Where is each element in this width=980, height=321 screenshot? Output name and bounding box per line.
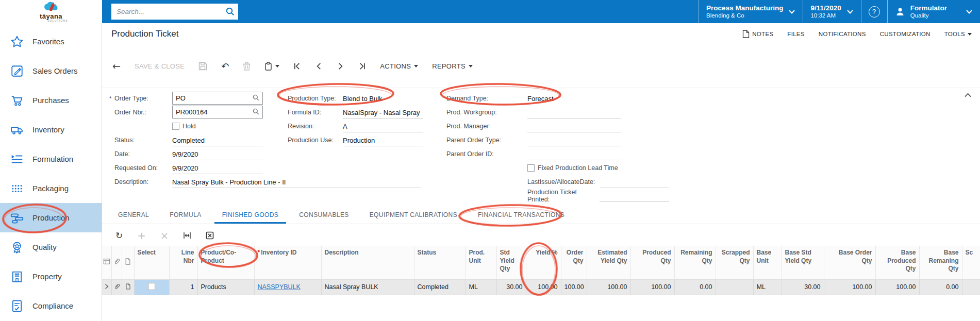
col-yield-pct[interactable]: Yield %: [526, 246, 561, 279]
fixed-lead-time-checkbox[interactable]: [527, 164, 535, 172]
search-icon[interactable]: [226, 7, 235, 18]
col-produced-qty[interactable]: Produced Qty: [630, 246, 674, 279]
next-record-button[interactable]: [337, 62, 344, 70]
inventory-id-link[interactable]: NASSPYBULK: [258, 283, 301, 291]
add-row-button[interactable]: +: [137, 230, 146, 241]
col-base-std-yield-qty[interactable]: Base Std Yield Qty: [782, 246, 824, 279]
col-remaining-qty[interactable]: Remaining Qty: [674, 246, 716, 279]
row-note-cell[interactable]: [122, 279, 134, 295]
global-search[interactable]: [111, 4, 238, 20]
company-branch-selector[interactable]: Process Manufacturing Blending & Co: [699, 0, 803, 23]
sidebar-item-formulation[interactable]: Formulation: [0, 144, 102, 174]
formula-id-value[interactable]: NasalSpray - Nasal Spray: [343, 106, 423, 119]
col-product-co-product[interactable]: Product/Co-Product: [197, 246, 254, 279]
notes-column-header[interactable]: [122, 246, 134, 279]
sidebar-item-production[interactable]: Production: [0, 203, 102, 232]
trash-icon: [243, 62, 251, 71]
reports-menu-button[interactable]: REPORTS: [432, 62, 473, 70]
grid-settings-header[interactable]: [102, 246, 111, 279]
col-truncated[interactable]: Sc: [962, 246, 980, 279]
help-button[interactable]: ?: [861, 0, 887, 23]
tab-formula[interactable]: FORMULA: [162, 207, 209, 224]
delete-button[interactable]: [243, 62, 251, 71]
sidebar-item-purchases[interactable]: Purchases: [0, 86, 102, 115]
sidebar-item-packaging[interactable]: Packaging: [0, 174, 102, 203]
col-line-nbr[interactable]: Line Nbr: [169, 246, 197, 279]
col-status[interactable]: Status: [414, 246, 466, 279]
parent-order-id-value[interactable]: [527, 148, 621, 160]
col-scrapped-qty[interactable]: Scrapped Qty: [716, 246, 753, 279]
doc-icon: [125, 283, 131, 290]
customization-button[interactable]: CUSTOMIZATION: [880, 31, 931, 37]
prev-record-button[interactable]: [315, 62, 323, 70]
col-order-qty[interactable]: Order Qty: [561, 246, 587, 279]
save-button[interactable]: [198, 62, 207, 71]
user-icon: [895, 7, 905, 17]
col-base-remaning-qty[interactable]: Base Remaning Qty: [919, 246, 962, 279]
col-select[interactable]: Select: [134, 246, 169, 279]
sidebar-item-sales-orders[interactable]: Sales Orders: [0, 56, 102, 86]
refresh-button[interactable]: ↻: [115, 231, 123, 240]
date-value[interactable]: 9/9/2020: [172, 148, 263, 160]
sidebar-item-quality[interactable]: Quality: [0, 232, 102, 262]
hold-checkbox[interactable]: [172, 123, 179, 130]
export-excel-button[interactable]: [206, 231, 214, 240]
attachments-column-header[interactable]: [111, 246, 122, 279]
col-prod-unit[interactable]: Prod. Unit: [466, 246, 496, 279]
notes-button[interactable]: NOTES: [742, 30, 773, 38]
row-expand-cell[interactable]: [102, 279, 111, 295]
parent-order-type-value[interactable]: [527, 134, 621, 146]
back-button[interactable]: ←: [112, 60, 121, 72]
col-base-order-qty[interactable]: Base Order Qty: [824, 246, 875, 279]
col-inventory-id[interactable]: *Inventory ID: [254, 246, 321, 279]
col-base-produced-qty[interactable]: Base Produced Qty: [875, 246, 919, 279]
tools-button[interactable]: TOOLS: [944, 31, 972, 37]
tab-equipment-calibrations[interactable]: EQUIPMENT CALIBRATIONS: [362, 207, 465, 224]
col-std-yield-qty[interactable]: Std Yield Qty: [496, 246, 526, 279]
search-input[interactable]: [111, 4, 238, 20]
col-description[interactable]: Description: [321, 246, 414, 279]
tab-general[interactable]: GENERAL: [110, 207, 157, 224]
description-value[interactable]: Nasal Spray Bulk - Production Line - II: [172, 176, 421, 188]
tab-consumables[interactable]: CONSUMABLES: [291, 207, 356, 224]
col-base-unit[interactable]: Base Unit: [753, 246, 782, 279]
sidebar-item-compliance[interactable]: Compliance: [0, 291, 102, 320]
prod-workgroup-field: Prod. Workgroup:: [446, 105, 669, 119]
cell-base-unit: ML: [753, 279, 782, 295]
sidebar-item-inventory[interactable]: Inventory: [0, 115, 102, 144]
order-type-input[interactable]: PO: [172, 92, 263, 105]
notifications-label: NOTIFICATIONS: [819, 31, 866, 37]
delete-row-button[interactable]: ×: [160, 231, 169, 241]
ticket-printed-value[interactable]: [600, 190, 669, 202]
prod-workgroup-value[interactable]: [527, 106, 621, 119]
first-record-button[interactable]: [293, 62, 301, 70]
user-menu[interactable]: Formulator Quality: [887, 0, 980, 23]
row-attachment-cell[interactable]: [111, 279, 122, 295]
row-select-cell[interactable]: [134, 279, 169, 295]
last-record-button[interactable]: [358, 62, 366, 70]
sidebar-item-property[interactable]: Property: [0, 262, 102, 291]
sidebar-item-favorites[interactable]: Favorites: [0, 27, 102, 56]
revision-value[interactable]: A: [343, 120, 423, 132]
row-select-checkbox[interactable]: [148, 283, 155, 290]
prod-manager-value[interactable]: [527, 120, 621, 132]
notifications-button[interactable]: NOTIFICATIONS: [819, 31, 866, 37]
last-issue-date-value[interactable]: [600, 176, 669, 188]
table-row[interactable]: 1 Products NASSPYBULK Nasal Spray BULK C…: [102, 279, 980, 295]
actions-menu-button[interactable]: ACTIONS: [380, 62, 418, 70]
business-date-selector[interactable]: 9/11/2020 10:32 AM: [803, 0, 860, 23]
fit-width-button[interactable]: [183, 231, 191, 240]
undo-button[interactable]: ↶: [221, 61, 229, 72]
order-nbr-input[interactable]: PR000164: [172, 106, 263, 119]
tab-finished-goods[interactable]: FINISHED GOODS: [214, 207, 287, 224]
requested-on-value[interactable]: 9/9/2020: [172, 162, 263, 174]
col-estimated-yield-qty[interactable]: Estimated Yield Qty: [587, 246, 630, 279]
collapse-summary-button[interactable]: [964, 91, 972, 100]
copy-paste-button[interactable]: [264, 62, 279, 71]
lookup-magnifier-icon[interactable]: [253, 94, 259, 103]
lookup-magnifier-icon[interactable]: [253, 108, 259, 116]
files-button[interactable]: FILES: [787, 31, 804, 37]
save-close-button[interactable]: SAVE & CLOSE: [135, 62, 185, 70]
help-icon[interactable]: ?: [869, 6, 880, 18]
tab-financial-transactions[interactable]: FINANCIAL TRANSACTIONS: [470, 207, 572, 224]
